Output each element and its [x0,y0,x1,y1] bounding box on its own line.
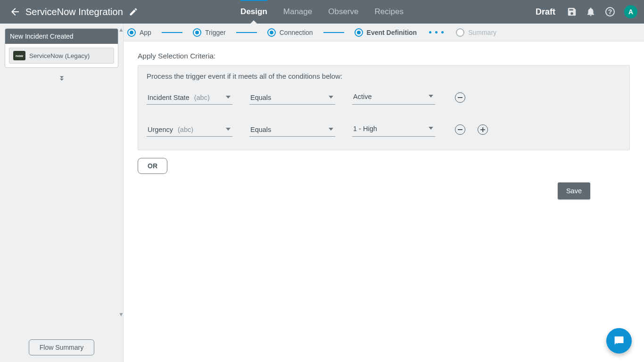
servicenow-logo-icon: now [13,51,25,60]
criteria-panel: Apply Selection Criteria: Process the tr… [124,41,644,209]
criteria-intro: Process the trigger event if it meets al… [147,72,621,80]
radio-icon [193,28,201,37]
criteria-heading: Apply Selection Criteria: [138,52,630,60]
flow-summary-button[interactable]: Flow Summary [29,339,94,355]
step-app[interactable]: App [127,28,151,37]
condition-row: Incident State (abc) Equals Active [147,92,621,105]
avatar[interactable]: A [624,5,637,18]
step-summary[interactable]: Summary [456,28,496,37]
page-title: ServiceNow Integration [25,7,123,17]
wizard-stepper: App Trigger Connection Event Definition … [124,24,644,41]
top-right-cluster: Draft ? A [536,5,637,18]
content-area: App Trigger Connection Event Definition … [124,24,644,362]
sidebar: ▲ New Incident Created now ServiceNow (L… [0,24,124,362]
step-separator [323,32,344,33]
radio-icon [355,28,363,37]
or-button[interactable]: OR [138,158,167,174]
radio-icon [127,28,136,37]
step-connection[interactable]: Connection [267,28,313,37]
flow-card: New Incident Created now ServiceNow (Leg… [5,28,118,68]
flow-node-servicenow[interactable]: now ServiceNow (Legacy) [9,48,114,64]
nav-recipes[interactable]: Recipes [374,1,403,22]
radio-icon [267,28,276,37]
flow-card-title: New Incident Created [5,29,118,44]
nav-observe[interactable]: Observe [328,1,358,22]
scroll-down-icon[interactable]: ▼ [118,311,123,318]
edit-icon[interactable] [129,7,138,16]
step-separator-dots [429,31,444,33]
status-label: Draft [536,7,555,17]
save-button[interactable]: Save [558,182,590,199]
radio-icon [456,28,464,37]
bell-icon[interactable] [586,7,596,17]
help-icon[interactable]: ? [604,6,616,17]
expand-flow-icon[interactable] [5,74,118,85]
nav-manage[interactable]: Manage [283,1,312,22]
remove-condition-button[interactable] [455,92,465,103]
condition-value-select[interactable]: Active [352,93,435,105]
chat-widget[interactable] [606,328,632,354]
svg-text:?: ? [608,8,612,16]
condition-value-select[interactable]: 1 - High [352,125,435,137]
step-separator [162,32,182,33]
top-nav: Design Manage Observe Recipes [240,1,404,22]
top-bar: ServiceNow Integration Design Manage Obs… [0,0,644,24]
flow-node-label: ServiceNow (Legacy) [29,52,90,59]
save-icon[interactable] [567,7,577,17]
condition-operator-select[interactable]: Equals [249,126,335,137]
remove-condition-button[interactable] [455,124,465,135]
scroll-up-icon[interactable]: ▲ [118,26,123,33]
step-separator [236,32,257,33]
step-event-definition[interactable]: Event Definition [355,28,417,37]
condition-row: Urgency (abc) Equals 1 - High [147,124,621,137]
main-area: ▲ New Incident Created now ServiceNow (L… [0,24,644,362]
add-condition-button[interactable] [478,124,488,135]
nav-design[interactable]: Design [240,1,267,22]
condition-operator-select[interactable]: Equals [249,94,335,105]
back-arrow-icon[interactable] [9,6,22,17]
condition-field-select[interactable]: Incident State (abc) [147,94,232,105]
condition-field-select[interactable]: Urgency (abc) [147,126,232,137]
step-trigger[interactable]: Trigger [193,28,226,37]
criteria-box: Process the trigger event if it meets al… [138,65,630,150]
